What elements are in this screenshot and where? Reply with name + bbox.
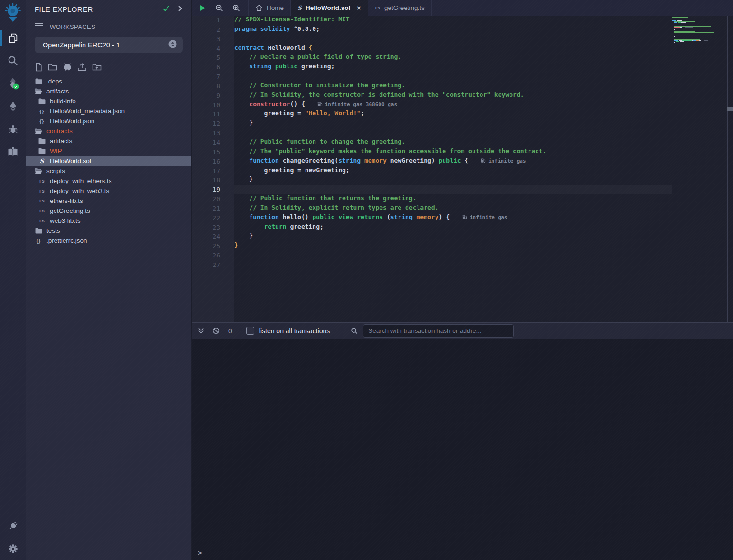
line-number: 8 <box>192 82 220 91</box>
workspaces-menu-icon[interactable] <box>35 22 43 31</box>
workspace-select[interactable]: OpenZeppelin ERC20 - 1 <box>35 37 183 53</box>
workspace-select-toggle-icon[interactable] <box>168 40 177 50</box>
code-line[interactable]: // Public function to change the greetin… <box>234 138 733 147</box>
zoom-in-icon[interactable] <box>232 4 240 12</box>
code-editor[interactable]: 1234567891011121314151617181920212223242… <box>192 16 733 322</box>
code-line[interactable]: constructor() {infinite gas 368600 gas <box>234 101 733 110</box>
code-line[interactable]: // Declare a public field of type string… <box>234 53 733 63</box>
run-script-icon[interactable] <box>198 4 206 12</box>
code-line[interactable]: return greeting; <box>234 223 733 232</box>
code-line[interactable] <box>234 35 733 44</box>
code-content[interactable]: // SPDX-License-Identifier: MITpragma so… <box>234 16 733 322</box>
code-line[interactable]: string public greeting; <box>234 63 733 72</box>
accept-check-icon[interactable] <box>162 5 170 14</box>
code-line[interactable]: // In Solidity, explicit return types ar… <box>234 204 733 213</box>
line-number: 2 <box>192 25 220 35</box>
tab-getgreeting-ts[interactable]: TSgetGreeting.ts <box>368 0 432 16</box>
code-line[interactable]: } <box>234 119 733 129</box>
code-line[interactable]: greeting = "Hello, World!"; <box>234 110 733 119</box>
file-explorer-header: FILE EXPLORER <box>26 0 191 17</box>
tree-item-artifacts[interactable]: artifacts <box>26 86 191 96</box>
code-line[interactable]: // Constructor to initialize the greetin… <box>234 82 733 91</box>
code-line[interactable]: } <box>234 241 733 251</box>
tree-item-ethers-lib-ts[interactable]: TSethers-lib.ts <box>26 196 191 206</box>
upload-file-icon[interactable] <box>77 63 87 72</box>
code-line[interactable] <box>234 185 733 194</box>
listen-transactions-checkbox[interactable] <box>246 327 254 335</box>
terminal[interactable]: > <box>192 339 733 560</box>
minimap[interactable] <box>672 17 720 46</box>
tree-item--prettierrc-json[interactable]: {}.prettierrc.json <box>26 236 191 246</box>
code-line[interactable] <box>234 260 733 270</box>
tree-item-web3-lib-ts[interactable]: TSweb3-lib.ts <box>26 216 191 226</box>
activity-bar <box>0 0 26 560</box>
folder-open-icon <box>35 128 42 134</box>
code-line[interactable]: function changeGreeting(string memory ne… <box>234 157 733 166</box>
file-explorer-icon[interactable] <box>0 27 26 49</box>
tree-item-getgreeting-ts[interactable]: TSgetGreeting.ts <box>26 206 191 216</box>
zoom-out-icon[interactable] <box>215 4 223 12</box>
close-tab-icon[interactable]: × <box>357 4 361 12</box>
code-line[interactable]: // In Solidity, the constructor is defin… <box>234 91 733 101</box>
tree-item-deploy-with-web3-ts[interactable]: TSdeploy_with_web3.ts <box>26 186 191 196</box>
new-file-icon[interactable] <box>35 63 43 72</box>
line-number: 1 <box>192 16 220 25</box>
expand-terminal-icon[interactable] <box>197 327 204 334</box>
line-number: 13 <box>192 129 220 138</box>
code-line[interactable]: // SPDX-License-Identifier: MIT <box>234 16 733 25</box>
code-line[interactable]: } <box>234 232 733 241</box>
solidity-compiler-icon[interactable] <box>0 72 26 95</box>
tree-item-scripts[interactable]: scripts <box>26 166 191 176</box>
file-tree: .depsartifactsbuild-info{}HelloWorld_met… <box>26 76 191 246</box>
deploy-run-icon[interactable] <box>0 95 26 118</box>
tree-item-helloworld-json[interactable]: {}HelloWorld.json <box>26 116 191 126</box>
tree-item-deploy-with-ethers-ts[interactable]: TSdeploy_with_ethers.ts <box>26 176 191 186</box>
remix-logo-icon[interactable] <box>0 0 26 27</box>
tree-item-tests[interactable]: tests <box>26 226 191 236</box>
tree-item-build-info[interactable]: build-info <box>26 96 191 106</box>
line-number: 26 <box>192 251 220 260</box>
tree-item-helloworld-metadata-json[interactable]: {}HelloWorld_metadata.json <box>26 106 191 116</box>
line-number: 20 <box>192 194 220 204</box>
code-line[interactable] <box>234 72 733 82</box>
code-line[interactable]: function hello() public view returns (st… <box>234 213 733 223</box>
upload-folder-icon[interactable] <box>92 63 102 71</box>
code-line[interactable]: // Public function that returns the gree… <box>234 194 733 204</box>
tree-item-wip[interactable]: WIP <box>26 146 191 156</box>
line-number: 18 <box>192 175 220 185</box>
code-line[interactable]: // The "public" keyword makes the functi… <box>234 147 733 157</box>
code-line[interactable]: greeting = newGreeting; <box>234 166 733 176</box>
settings-icon[interactable] <box>0 537 26 560</box>
search-icon[interactable] <box>0 49 26 72</box>
line-number: 10 <box>192 101 220 110</box>
solidity-icon: S <box>297 4 302 11</box>
code-line[interactable] <box>234 129 733 138</box>
tab-helloworld-sol[interactable]: SHelloWorld.sol× <box>290 0 368 16</box>
tree-item-artifacts[interactable]: artifacts <box>26 136 191 146</box>
folder-icon <box>38 138 46 144</box>
github-clone-icon[interactable] <box>63 63 72 72</box>
learneth-icon[interactable] <box>0 140 26 163</box>
code-line[interactable]: pragma solidity ^0.8.0; <box>234 25 733 35</box>
new-folder-icon[interactable] <box>48 63 57 71</box>
code-line[interactable]: } <box>234 175 733 185</box>
plugin-manager-icon[interactable] <box>0 514 26 537</box>
tree-item-contracts[interactable]: contracts <box>26 126 191 136</box>
file-explorer-toolbar <box>26 53 191 75</box>
line-number: 16 <box>192 157 220 166</box>
tab-home[interactable]: Home <box>248 0 291 16</box>
tree-item-helloworld-sol[interactable]: SHelloWorld.sol <box>26 156 191 166</box>
braces-icon: {} <box>35 238 42 244</box>
terminal-prompt[interactable]: > <box>198 549 202 557</box>
chevron-right-icon[interactable] <box>177 5 183 14</box>
tree-item--deps[interactable]: .deps <box>26 76 191 86</box>
code-line[interactable] <box>234 251 733 260</box>
tab-list: HomeSHelloWorld.sol×TSgetGreeting.ts <box>249 0 432 16</box>
terminal-search-input[interactable] <box>363 324 514 338</box>
debugger-icon[interactable] <box>0 118 26 140</box>
gas-estimate-annotation: infinite gas 368600 gas <box>317 101 397 108</box>
code-line[interactable]: contract HelloWorld { <box>234 44 733 54</box>
workspace-selected-value: OpenZeppelin ERC20 - 1 <box>43 41 120 49</box>
ts-icon: TS <box>38 209 46 213</box>
clear-console-icon[interactable] <box>213 327 220 334</box>
